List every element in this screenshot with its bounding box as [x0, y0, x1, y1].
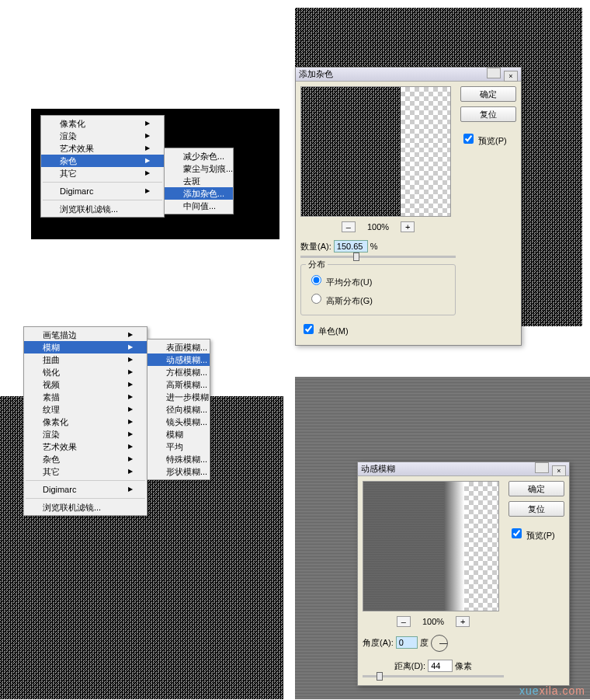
dialog-title: 动感模糊	[361, 463, 395, 475]
menu1-item[interactable]: 杂色	[41, 155, 164, 167]
motion-blur-dialog: 动感模糊 × – 100% + 角度(A): 度	[357, 461, 570, 686]
menu2-sub-item[interactable]: 方框模糊...	[148, 366, 210, 378]
amount-label: 数量(A):	[300, 242, 331, 251]
menu1-item[interactable]: 渲染	[41, 130, 164, 142]
menu1-sub-item-label: 去斑	[183, 175, 200, 187]
monochrome-checkbox[interactable]: 单色(M)	[300, 326, 349, 336]
menu2-item[interactable]: 画笔描边	[24, 329, 147, 341]
menu2-item[interactable]: 像素化	[24, 416, 147, 428]
menu1-item-label: 渲染	[60, 130, 77, 142]
amount-slider[interactable]	[300, 256, 456, 258]
menu2-sub-item-label: 模糊	[166, 428, 183, 441]
menu2-item[interactable]: 纹理	[24, 403, 147, 416]
angle-label: 角度(A):	[363, 638, 394, 647]
menu-separator	[43, 200, 162, 200]
menu1-item-label: 杂色	[60, 155, 77, 167]
menu1-sub-item[interactable]: 添加杂色...	[165, 187, 233, 200]
distance-label: 距离(D):	[394, 661, 425, 670]
angle-unit: 度	[420, 638, 429, 647]
distance-input[interactable]	[428, 660, 453, 672]
minimize-icon[interactable]	[535, 462, 549, 473]
menu2-item-label: 其它	[43, 465, 60, 478]
menu2-sub-item[interactable]: 镜头模糊...	[148, 416, 210, 428]
distance-slider[interactable]	[363, 675, 504, 677]
minimize-icon[interactable]	[487, 68, 501, 78]
menu2-sub-item[interactable]: 平均	[148, 441, 210, 453]
noise-preview-left	[301, 87, 401, 216]
angle-input[interactable]	[396, 636, 418, 649]
menu2-sub-item[interactable]: 径向模糊...	[148, 403, 210, 416]
dialog-titlebar[interactable]: 添加杂色 ×	[296, 68, 521, 82]
zoom-out-button[interactable]: –	[342, 221, 356, 232]
menu2-sub-item-label: 特殊模糊...	[166, 453, 207, 465]
ok-button[interactable]: 确定	[508, 481, 564, 496]
amount-input[interactable]	[334, 240, 368, 252]
noise-preview-right	[401, 87, 450, 216]
menu2-item[interactable]: 模糊	[24, 341, 147, 353]
gaussian-radio[interactable]: 高斯分布(G)	[307, 296, 373, 305]
menu1-item[interactable]: 像素化	[41, 117, 164, 130]
menu2-item[interactable]: 艺术效果	[24, 441, 147, 453]
menu2-item[interactable]: 视频	[24, 378, 147, 391]
menu2-item[interactable]: 扭曲	[24, 353, 147, 366]
menu-separator	[26, 498, 145, 499]
menu1-sub-item[interactable]: 去斑	[165, 175, 233, 187]
menu-item-digimarc[interactable]: Digimarc	[24, 483, 147, 496]
menu1-item-label: 其它	[60, 167, 77, 179]
zoom-in-button[interactable]: +	[456, 616, 470, 627]
ok-button[interactable]: 确定	[460, 86, 516, 102]
motion-preview[interactable]	[363, 481, 499, 611]
zoom-in-button[interactable]: +	[401, 221, 415, 232]
filter-menu-1: 像素化渲染艺术效果杂色其它 Digimarc 浏览联机滤镜...	[40, 115, 165, 218]
menu2-item[interactable]: 杂色	[24, 453, 147, 465]
angle-dial[interactable]	[431, 635, 448, 652]
amount-unit: %	[370, 242, 378, 251]
close-icon[interactable]: ×	[504, 71, 518, 82]
menu2-sub-item[interactable]: 动感模糊...	[148, 353, 210, 366]
menu2-sub-item-label: 表面模糊...	[166, 341, 207, 353]
menu1-item[interactable]: 其它	[41, 167, 164, 179]
menu2-sub-item[interactable]: 高斯模糊...	[148, 378, 210, 391]
menu2-sub-item-label: 进一步模糊	[166, 391, 209, 403]
menu1-sub-item-label: 蒙尘与划痕...	[183, 162, 233, 175]
menu2-sub-item[interactable]: 模糊	[148, 428, 210, 441]
menu2-sub-item-label: 高斯模糊...	[166, 378, 207, 391]
uniform-radio[interactable]: 平均分布(U)	[307, 277, 372, 287]
menu2-sub-item[interactable]: 形状模糊...	[148, 465, 210, 478]
watermark: xuexila.com	[519, 684, 585, 697]
menu2-item-label: 渲染	[43, 428, 60, 441]
preview-checkbox[interactable]: 预览(P)	[460, 131, 516, 147]
reset-button[interactable]: 复位	[508, 501, 564, 517]
menu1-item-label: 像素化	[60, 117, 85, 130]
zoom-out-button[interactable]: –	[397, 616, 411, 627]
menu1-sub-item-label: 中间值...	[183, 200, 216, 212]
menu1-sub-item[interactable]: 中间值...	[165, 200, 233, 212]
menu2-item[interactable]: 锐化	[24, 366, 147, 378]
zoom-level: 100%	[422, 617, 444, 626]
menu1-sub-item[interactable]: 蒙尘与划痕...	[165, 162, 233, 175]
dialog-title: 添加杂色	[299, 68, 333, 80]
noise-preview[interactable]	[300, 86, 451, 217]
menu-item-browse-filters[interactable]: 浏览联机滤镜...	[41, 203, 164, 215]
menu2-item[interactable]: 素描	[24, 391, 147, 403]
distribution-legend: 分布	[306, 259, 328, 270]
menu1-sub-item-label: 减少杂色...	[183, 150, 224, 162]
preview-checkbox[interactable]: 预览(P)	[508, 526, 564, 542]
reset-button[interactable]: 复位	[460, 106, 516, 122]
menu-separator	[43, 182, 162, 183]
dialog-titlebar[interactable]: 动感模糊 ×	[358, 462, 569, 476]
menu2-sub-item[interactable]: 表面模糊...	[148, 341, 210, 353]
zoom-level: 100%	[367, 222, 389, 232]
menu1-item[interactable]: 艺术效果	[41, 142, 164, 155]
close-icon[interactable]: ×	[552, 465, 566, 476]
menu2-item[interactable]: 其它	[24, 465, 147, 478]
menu2-sub-item-label: 方框模糊...	[166, 366, 207, 378]
menu2-item[interactable]: 渲染	[24, 428, 147, 441]
menu2-sub-item[interactable]: 进一步模糊	[148, 391, 210, 403]
menu-item-browse-filters[interactable]: 浏览联机滤镜...	[24, 501, 147, 514]
menu2-item-label: 像素化	[43, 416, 68, 428]
motion-preview-left	[363, 482, 444, 611]
menu-item-digimarc[interactable]: Digimarc	[41, 185, 164, 197]
menu1-sub-item[interactable]: 减少杂色...	[165, 150, 233, 162]
menu2-sub-item[interactable]: 特殊模糊...	[148, 453, 210, 465]
